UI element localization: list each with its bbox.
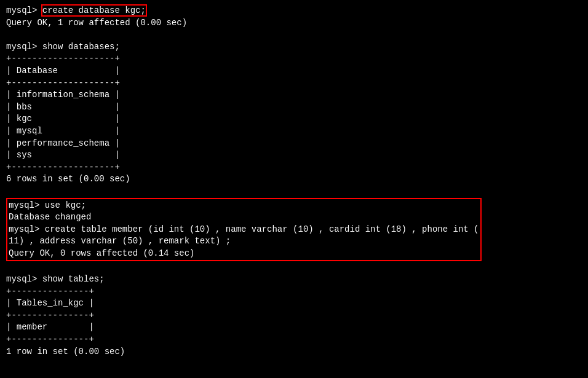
- blank1: [6, 29, 582, 41]
- table-top1: +--------------------+: [6, 53, 582, 65]
- table2-row: | member |: [6, 321, 582, 334]
- line-cmd1: mysql> create database kgc;: [6, 5, 582, 17]
- table-bot1: +--------------------+: [6, 162, 582, 174]
- db-row-6: | sys |: [6, 149, 582, 162]
- table2-top: +---------------+: [6, 286, 582, 298]
- blank2: [6, 186, 582, 198]
- line-changed: Database changed: [9, 211, 479, 224]
- db-row-5: | performance_schema |: [6, 138, 582, 150]
- rows-count2: 1 row in set (0.00 sec): [6, 346, 582, 358]
- table2-header: | Tables_in_kgc |: [6, 297, 582, 310]
- line-cmd3: mysql> use kgc;: [9, 200, 479, 212]
- table2-bot: +---------------+: [6, 334, 582, 346]
- db-row-1: | information_schema |: [6, 89, 582, 101]
- line-final-prompt: mysql>: [6, 370, 582, 378]
- db-row-3: | kgc |: [6, 113, 582, 125]
- line-query1: Query OK, 1 row affected (0.00 sec): [6, 17, 582, 30]
- db-row-2: | bbs |: [6, 101, 582, 114]
- blank4: [6, 358, 582, 370]
- prompt-1: mysql>: [6, 6, 42, 15]
- line-query2: Query OK, 0 rows affected (0.14 sec): [9, 248, 479, 260]
- line-cmd4b: 11) , address varchar (50) , remark text…: [9, 235, 479, 248]
- cmd1-highlighted: create database kgc;: [42, 6, 146, 15]
- rows-count1: 6 rows in set (0.00 sec): [6, 173, 582, 186]
- table-sep1: +--------------------+: [6, 77, 582, 90]
- line-cmd4: mysql> create table member (id int (10) …: [9, 224, 479, 236]
- line-cmd2: mysql> show databases;: [6, 41, 582, 53]
- section-box-2: mysql> use kgc; Database changed mysql> …: [6, 198, 482, 262]
- table2-sep: +---------------+: [6, 310, 582, 322]
- blank3: [6, 261, 582, 274]
- table-header1: | Database |: [6, 65, 582, 77]
- line-cmd5: mysql> show tables;: [6, 274, 582, 286]
- db-row-4: | mysql |: [6, 125, 582, 138]
- terminal: mysql> create database kgc; Query OK, 1 …: [6, 5, 582, 373]
